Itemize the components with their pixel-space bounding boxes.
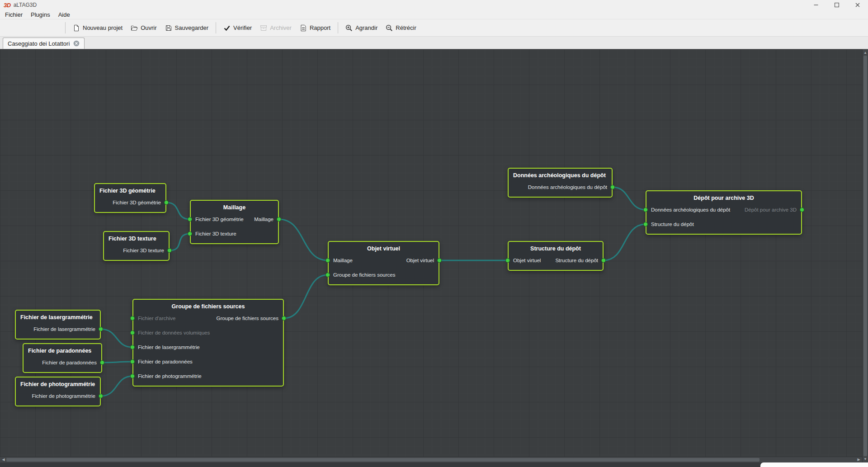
input-port[interactable] (130, 316, 135, 321)
maximize-button[interactable] (826, 0, 847, 10)
titlebar: 3D aLTAG3D (0, 0, 868, 10)
scroll-up-icon[interactable]: ▲ (863, 50, 868, 55)
node-row: Groupe de fichiers sources (329, 268, 439, 282)
input-port[interactable] (130, 345, 135, 349)
output-port[interactable] (437, 258, 442, 263)
node-fichier-3d-texture[interactable]: Fichier 3D textureFichier 3D texture (103, 231, 170, 261)
close-icon (855, 1, 860, 9)
node-row: Fichier 3D texture (191, 226, 278, 241)
output-port[interactable] (100, 360, 104, 365)
output-port[interactable] (277, 217, 281, 222)
archive-icon (260, 24, 267, 32)
port-label: Fichier de lasergrammétrie (138, 344, 200, 350)
output-port[interactable] (167, 248, 172, 253)
output-port[interactable] (99, 327, 103, 331)
input-port[interactable] (130, 330, 135, 335)
port-label: Groupe de fichiers sources (333, 272, 395, 278)
input-port[interactable] (505, 258, 510, 263)
toolbar-button-label: Nouveau projet (83, 24, 123, 31)
output-port[interactable] (282, 316, 286, 321)
scroll-right-icon[interactable]: ▶ (856, 457, 861, 462)
node-row: Fichier 3D géométrieMaillage (191, 212, 278, 226)
port-label: Fichier de paradonnées (42, 360, 97, 365)
node-fichier-de-paradonnees[interactable]: Fichier de paradonnéesFichier de paradon… (23, 343, 102, 373)
input-port[interactable] (326, 273, 330, 277)
input-port[interactable] (188, 217, 192, 222)
port-label: Fichier 3D texture (195, 231, 236, 236)
node-groupe-de-fichiers-sources[interactable]: Groupe de fichiers sourcesFichier d'arch… (132, 299, 284, 387)
tab-caseggiato-dei-lotattori[interactable]: Caseggiato dei Lotattori (3, 38, 85, 49)
horizontal-scroll-thumb[interactable] (6, 458, 760, 462)
scroll-down-icon[interactable]: ▼ (863, 457, 868, 462)
node-title: Fichier de lasergrammétrie (16, 313, 100, 322)
check-icon (223, 24, 231, 32)
node-row: Structure du dépôt (646, 217, 801, 231)
output-port[interactable] (601, 258, 606, 263)
input-port[interactable] (643, 208, 648, 212)
node-row: Fichier d'archiveGroupe de fichiers sour… (133, 311, 283, 325)
node-title: Données archéologiques du dépôt (509, 171, 612, 180)
node-fichier-de-lasergrammetrie[interactable]: Fichier de lasergrammétrieFichier de las… (15, 310, 101, 340)
port-label: Objet virtuel (406, 258, 434, 263)
tabbar: Caseggiato dei Lotattori (0, 37, 868, 49)
input-port[interactable] (130, 374, 135, 378)
node-row: Fichier 3D texture (104, 243, 169, 258)
node-row: Données archéologiques du dépôtDépôt pou… (646, 203, 801, 217)
input-port[interactable] (130, 359, 135, 364)
node-row: Fichier de lasergrammétrie (133, 340, 283, 354)
open-folder-icon (131, 24, 138, 32)
input-port[interactable] (326, 258, 330, 263)
node-donnees-archeologiques-du-depot[interactable]: Données archéologiques du dépôtDonnées a… (508, 168, 613, 198)
input-port[interactable] (643, 222, 648, 226)
menu-plugins[interactable]: Plugins (27, 10, 54, 19)
verifier-button[interactable]: Vérifier (219, 22, 256, 34)
node-fichier-3d-geometrie[interactable]: Fichier 3D géométrieFichier 3D géométrie (94, 183, 166, 213)
node-structure-du-depot[interactable]: Structure du dépôtObjet virtuelStructure… (508, 241, 604, 271)
node-title: Dépôt pour archive 3D (646, 193, 801, 203)
rapport-button[interactable]: Rapport (296, 22, 335, 34)
port-label: Fichier d'archive (138, 316, 175, 321)
menubar: FichierPluginsAide (0, 10, 868, 19)
node-fichier-de-photogrammetrie[interactable]: Fichier de photogrammétrieFichier de pho… (15, 377, 101, 406)
toolbar-separator (216, 22, 216, 33)
horizontal-scrollbar[interactable]: ◀ ▶ (0, 457, 862, 462)
toolbar-separator (65, 22, 66, 33)
sauvegarder-button[interactable]: Sauvegarder (161, 22, 212, 34)
output-port[interactable] (164, 200, 169, 205)
node-row: Fichier de paradonnées (24, 355, 101, 370)
graph-canvas[interactable]: Fichier 3D géométrieFichier 3D géométrie… (0, 49, 868, 467)
minimize-button[interactable] (806, 0, 826, 10)
port-label: Groupe de fichiers sources (217, 316, 278, 321)
output-port[interactable] (99, 394, 103, 398)
close-button[interactable] (847, 0, 868, 10)
port-label: Fichier 3D géométrie (113, 200, 161, 205)
node-title: Maillage (191, 203, 278, 212)
node-depot-pour-archive-3d[interactable]: Dépôt pour archive 3DDonnées archéologiq… (646, 190, 802, 235)
port-label: Maillage (333, 258, 353, 263)
report-icon (300, 24, 307, 32)
archiver-button: Archiver (256, 22, 296, 34)
bottom-right-panel (760, 462, 868, 467)
ouvrir-button[interactable]: Ouvrir (127, 22, 160, 34)
vertical-scrollbar[interactable]: ▲ ▼ (862, 49, 868, 462)
agrandir-button[interactable]: Agrandir (341, 22, 382, 34)
toolbar-button-label: Rapport (310, 24, 330, 31)
port-label: Fichier de paradonnées (138, 359, 193, 364)
output-port[interactable] (610, 185, 615, 189)
menu-fichier[interactable]: Fichier (1, 10, 27, 19)
nouveau-projet-button[interactable]: Nouveau projet (69, 22, 127, 34)
node-title: Fichier de photogrammétrie (16, 380, 100, 389)
tab-close-icon[interactable] (73, 40, 80, 47)
vertical-scroll-thumb[interactable] (863, 56, 867, 456)
retrecir-button[interactable]: Rétrécir (382, 22, 420, 34)
port-label: Dépôt pour archive 3D (745, 207, 797, 212)
output-port[interactable] (800, 208, 804, 212)
scroll-left-icon[interactable]: ◀ (1, 457, 6, 462)
node-objet-virtuel[interactable]: Objet virtuelMaillageObjet virtuelGroupe… (328, 241, 439, 285)
port-label: Structure du dépôt (651, 222, 694, 227)
node-row: Fichier de paradonnées (133, 354, 283, 369)
input-port[interactable] (188, 231, 192, 236)
menu-aide[interactable]: Aide (54, 10, 74, 19)
node-maillage[interactable]: MaillageFichier 3D géométrieMaillageFich… (190, 200, 279, 244)
port-label: Fichier de photogrammétrie (32, 393, 95, 399)
